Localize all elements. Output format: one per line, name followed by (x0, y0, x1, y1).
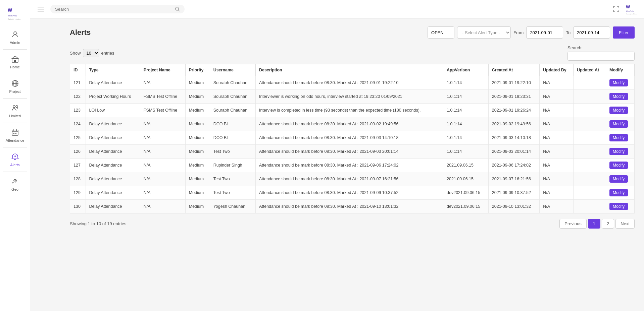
table-search-input[interactable] (567, 52, 635, 61)
cell-username: Test Two (210, 186, 255, 200)
cell-modify[interactable]: Modify (606, 117, 634, 131)
cell-priority: Medium (185, 131, 210, 145)
cell-project: N/A (140, 76, 185, 90)
status-input[interactable] (428, 26, 454, 39)
pagination-wrap: Showing 1 to 10 of 19 entries Previous 1… (70, 219, 635, 229)
alerts-table: ID Type Project Name Priority Username D… (70, 64, 635, 213)
limited-label: Limited (9, 114, 21, 118)
svg-rect-13 (12, 130, 18, 135)
modify-button[interactable]: Modify (609, 162, 628, 169)
svg-text:W: W (626, 4, 630, 9)
cell-description: Interviewer is working on odd hours, int… (255, 90, 443, 104)
cell-updatedby: N/A (540, 90, 574, 104)
cell-username: Sourabh Chauhan (210, 90, 255, 104)
modify-button[interactable]: Modify (609, 175, 628, 183)
svg-text:WireAxis: WireAxis (626, 10, 634, 12)
cell-description: Interview is completed in less time (93 … (255, 104, 443, 117)
cell-updatedat (573, 145, 606, 159)
table-row: 121 Delay Attendance N/A Medium Sourabh … (70, 76, 635, 90)
cell-description: Attendance should be mark before 08:30. … (255, 117, 443, 131)
cell-priority: Medium (185, 159, 210, 172)
cell-modify[interactable]: Modify (606, 104, 634, 117)
sidebar-item-limited[interactable]: Limited (0, 100, 30, 121)
cell-app: 1.0.1:14 (443, 76, 489, 90)
cell-updatedat (573, 186, 606, 200)
table-row: 130 Delay Attendance N/A Medium Yogesh C… (70, 200, 635, 213)
cell-type: Project Working Hours (86, 90, 140, 104)
filter-bar: - Select Alert Type - From To Filter (428, 26, 635, 39)
cell-modify[interactable]: Modify (606, 76, 634, 90)
cell-app: dev2021.09.06:15 (443, 200, 489, 213)
to-label: To (566, 30, 571, 35)
cell-updatedby: N/A (540, 131, 574, 145)
cell-updatedat (573, 159, 606, 172)
modify-button[interactable]: Modify (609, 79, 628, 86)
from-date-input[interactable] (526, 26, 563, 39)
sidebar-item-project[interactable]: Project (0, 75, 30, 97)
cell-modify[interactable]: Modify (606, 159, 634, 172)
page-2-button[interactable]: 2 (602, 219, 614, 229)
col-priority: Priority (185, 64, 210, 76)
modify-button[interactable]: Modify (609, 107, 628, 114)
cell-modify[interactable]: Modify (606, 172, 634, 186)
cell-app: 1.0.1:14 (443, 90, 489, 104)
table-row: 128 Delay Attendance N/A Medium Test Two… (70, 172, 635, 186)
search-input[interactable] (55, 7, 172, 12)
cell-project: FSMS Test Offline (140, 104, 185, 117)
modify-button[interactable]: Modify (609, 120, 628, 128)
sidebar-divider-4 (3, 123, 27, 123)
cell-created: 2021-09-02 19:49:56 (488, 117, 540, 131)
page-1-button[interactable]: 1 (588, 219, 600, 229)
cell-project: N/A (140, 131, 185, 145)
cell-updatedby: N/A (540, 159, 574, 172)
sidebar-item-admin[interactable]: Admin (0, 26, 30, 48)
cell-app: 1.0.1:14 (443, 145, 489, 159)
cell-modify[interactable]: Modify (606, 200, 634, 213)
sidebar-item-geo[interactable]: Geo (0, 173, 30, 195)
cell-app: 2021.09.06.15 (443, 172, 489, 186)
alert-type-select[interactable]: - Select Alert Type - (457, 26, 511, 39)
cell-modify[interactable]: Modify (606, 186, 634, 200)
geo-icon (10, 177, 20, 186)
svg-text:WireAxis: WireAxis (8, 14, 17, 17)
cell-type: Delay Attendance (86, 200, 140, 213)
next-button[interactable]: Next (615, 219, 635, 229)
col-appversion: AppVerison (443, 64, 489, 76)
cell-updatedby: N/A (540, 200, 574, 213)
alerts-label: Alerts (10, 163, 19, 167)
col-username: Username (210, 64, 255, 76)
cell-modify[interactable]: Modify (606, 131, 634, 145)
prev-button[interactable]: Previous (559, 219, 587, 229)
modify-button[interactable]: Modify (609, 203, 628, 210)
to-date-input[interactable] (573, 26, 610, 39)
sidebar-item-home[interactable]: Home (0, 51, 30, 72)
modify-button[interactable]: Modify (609, 93, 628, 100)
cell-modify[interactable]: Modify (606, 145, 634, 159)
cell-id: 122 (70, 90, 86, 104)
entries-select[interactable]: 10 25 50 (83, 49, 99, 57)
sidebar-item-attendance[interactable]: Attendance (0, 124, 30, 146)
modify-button[interactable]: Modify (609, 189, 628, 196)
table-row: 126 Delay Attendance N/A Medium Test Two… (70, 145, 635, 159)
fullscreen-icon[interactable] (612, 5, 620, 13)
search-bar[interactable] (50, 5, 185, 13)
table-search-wrap: Search: (567, 45, 635, 61)
cell-modify[interactable]: Modify (606, 90, 634, 104)
filter-button[interactable]: Filter (613, 26, 635, 39)
cell-id: 124 (70, 117, 86, 131)
cell-created: 2021-09-03 20:01:14 (488, 145, 540, 159)
cell-id: 125 (70, 131, 86, 145)
admin-icon (10, 30, 20, 39)
cell-type: Delay Attendance (86, 117, 140, 131)
sidebar-divider-2 (3, 74, 27, 74)
cell-updatedat (573, 117, 606, 131)
modify-button[interactable]: Modify (609, 148, 628, 155)
table-row: 129 Delay Attendance N/A Medium Test Two… (70, 186, 635, 200)
hamburger-button[interactable] (36, 5, 46, 13)
cell-created: 2021-09-10 13:01:32 (488, 200, 540, 213)
sidebar-item-alerts[interactable]: Alerts (0, 149, 30, 170)
modify-button[interactable]: Modify (609, 134, 628, 141)
col-id: ID (70, 64, 86, 76)
col-project: Project Name (140, 64, 185, 76)
main-content: Alerts - Select Alert Type - From To Fil… (60, 18, 644, 311)
